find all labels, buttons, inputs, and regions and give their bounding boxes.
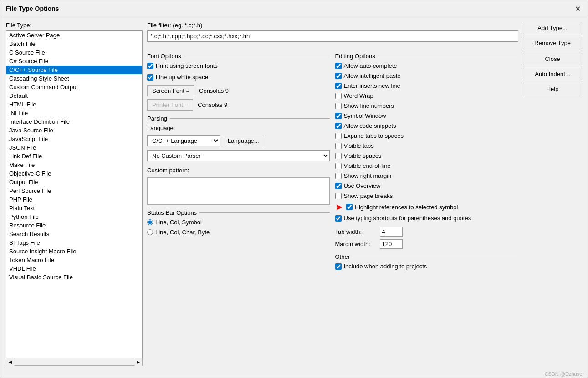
list-item[interactable]: Output File — [6, 178, 142, 186]
list-item[interactable]: Objective-C File — [6, 169, 142, 178]
dialog-body: File Type: Active Server PageBatch FileC… — [0, 17, 588, 370]
other-checkboxes: Include when adding to projects — [335, 263, 518, 270]
line-up-whitespace-label: Line up white space — [156, 74, 208, 81]
editing-checkbox-item: Show page breaks — [335, 192, 518, 199]
editing-checkbox-11[interactable] — [335, 173, 342, 179]
parser-select-row: No Custom Parser — [147, 150, 330, 161]
font-options-line — [184, 56, 329, 56]
editing-checkbox-3[interactable] — [335, 93, 342, 99]
screen-font-row: Screen Font ≡ Consolas 9 — [147, 85, 330, 96]
editing-checkbox-2[interactable] — [335, 83, 342, 89]
filter-section: File filter: (eg. *.c;*.h) — [147, 22, 518, 42]
list-item[interactable]: HTML File — [6, 100, 142, 109]
list-item[interactable]: Active Server Page — [6, 31, 142, 40]
list-item[interactable]: Python File — [6, 212, 142, 221]
status-radio-2-label: Line, Col, Char, Byte — [155, 229, 210, 236]
list-item[interactable]: Source Insight Macro File — [6, 247, 142, 256]
editing-checkbox-15[interactable] — [335, 215, 342, 222]
editing-checkbox-14[interactable] — [346, 204, 353, 210]
list-item[interactable]: INI File — [6, 109, 142, 117]
list-item[interactable]: Default — [6, 91, 142, 100]
editing-checkbox-12[interactable] — [335, 183, 342, 189]
list-item[interactable]: C Source File — [6, 48, 142, 57]
other-section: Other Include when adding to projects — [335, 253, 518, 272]
editing-checkbox-13[interactable] — [335, 193, 342, 199]
list-item[interactable]: C/C++ Source File — [6, 66, 142, 74]
print-screen-fonts-label: Print using screen fonts — [156, 62, 218, 69]
editing-checkbox-5[interactable] — [335, 113, 342, 119]
tab-margin-section: Tab width: Margin width: — [335, 227, 518, 249]
list-item[interactable]: JSON File — [6, 143, 142, 152]
status-bar-line — [199, 212, 329, 213]
editing-checkbox-label-14: Highlight references to selected symbol — [355, 204, 458, 211]
list-item[interactable]: Search Results — [6, 230, 142, 238]
list-item[interactable]: Perl Source File — [6, 186, 142, 195]
editing-checkbox-6[interactable] — [335, 123, 342, 129]
remove-type-button[interactable]: Remove Type — [523, 37, 582, 49]
margin-width-label: Margin width: — [335, 241, 376, 247]
parser-select[interactable]: No Custom Parser — [147, 150, 330, 161]
print-screen-fonts-item: Print using screen fonts — [147, 62, 330, 69]
list-item[interactable]: SI Tags File — [6, 238, 142, 247]
screen-font-button[interactable]: Screen Font ≡ — [147, 85, 194, 96]
horizontal-scrollbar[interactable]: ◀ ▶ — [6, 358, 143, 366]
editing-checkbox-9[interactable] — [335, 153, 342, 159]
editing-checkbox-10[interactable] — [335, 163, 342, 169]
editing-title: Editing Options — [335, 53, 375, 60]
add-type-button[interactable]: Add Type... — [523, 22, 582, 34]
language-select[interactable]: C/C++ Language C Language Java None — [147, 135, 220, 146]
other-checkbox-0[interactable] — [335, 263, 342, 270]
language-row: Language: — [147, 125, 330, 131]
editing-checkbox-7[interactable] — [335, 133, 342, 139]
status-radio-1-input[interactable] — [147, 219, 153, 225]
filter-input[interactable] — [147, 30, 518, 42]
margin-width-input[interactable] — [380, 239, 403, 249]
status-radio-2-input[interactable] — [147, 229, 153, 235]
scroll-left-button[interactable]: ◀ — [6, 358, 14, 366]
file-list-container[interactable]: Active Server PageBatch FileC Source Fil… — [6, 30, 143, 358]
list-item[interactable]: JavaScript File — [6, 135, 142, 143]
status-bar-section: Status Bar Options Line, Col, Symbol Lin… — [147, 209, 330, 237]
auto-indent-button[interactable]: Auto Indent... — [523, 68, 582, 80]
list-item[interactable]: Visual Basic Source File — [6, 273, 142, 282]
list-item[interactable]: Link Def File — [6, 152, 142, 161]
editing-checkbox-item: Show line numbers — [335, 102, 518, 109]
list-item[interactable]: Make File — [6, 161, 142, 169]
list-item[interactable]: VHDL File — [6, 264, 142, 273]
list-item[interactable]: Token Macro File — [6, 256, 142, 264]
tab-width-input[interactable] — [380, 227, 403, 237]
language-button[interactable]: Language... — [223, 136, 264, 146]
scroll-right-button[interactable]: ▶ — [134, 358, 142, 366]
list-item[interactable]: Plain Text — [6, 204, 142, 212]
list-item[interactable]: Cascading Style Sheet — [6, 74, 142, 83]
language-select-row: C/C++ Language C Language Java None Lang… — [147, 135, 330, 146]
list-item[interactable]: Resource File — [6, 221, 142, 230]
close-button[interactable]: Close — [523, 53, 582, 65]
middle-area: Font Options Print using screen fonts Li… — [147, 53, 582, 366]
dialog-close-button[interactable]: ✕ — [573, 4, 582, 13]
file-type-label: File Type: — [6, 22, 143, 29]
editing-divider: Editing Options — [335, 53, 518, 60]
editing-checkbox-1[interactable] — [335, 73, 342, 79]
printer-font-button[interactable]: Printer Font ≡ — [147, 99, 193, 111]
list-item[interactable]: Custom Command Output — [6, 83, 142, 91]
help-button[interactable]: Help — [523, 83, 582, 95]
editing-checkbox-4[interactable] — [335, 103, 342, 109]
list-item[interactable]: Java Source File — [6, 126, 142, 135]
print-screen-fonts-checkbox[interactable] — [147, 63, 153, 69]
line-up-whitespace-checkbox[interactable] — [147, 74, 153, 81]
editing-checkbox-0[interactable] — [335, 63, 342, 69]
parsing-options: Language: C/C++ Language C Language Java… — [147, 125, 330, 205]
list-item[interactable]: Batch File — [6, 40, 142, 48]
parsing-section: Parsing Language: C/C++ Language C Langu… — [147, 115, 330, 205]
editing-checkbox-8[interactable] — [335, 143, 342, 149]
list-item[interactable]: PHP File — [6, 195, 142, 204]
highlight-arrow-icon: ➤ — [335, 202, 343, 212]
screen-font-name: Consolas 9 — [199, 87, 229, 94]
parsing-divider: Parsing — [147, 115, 330, 122]
list-item[interactable]: C# Source File — [6, 57, 142, 66]
custom-pattern-input[interactable] — [147, 177, 330, 205]
status-radio-2: Line, Col, Char, Byte — [147, 229, 330, 236]
font-section: Print using screen fonts Line up white s… — [147, 62, 330, 111]
list-item[interactable]: Interface Definition File — [6, 117, 142, 126]
